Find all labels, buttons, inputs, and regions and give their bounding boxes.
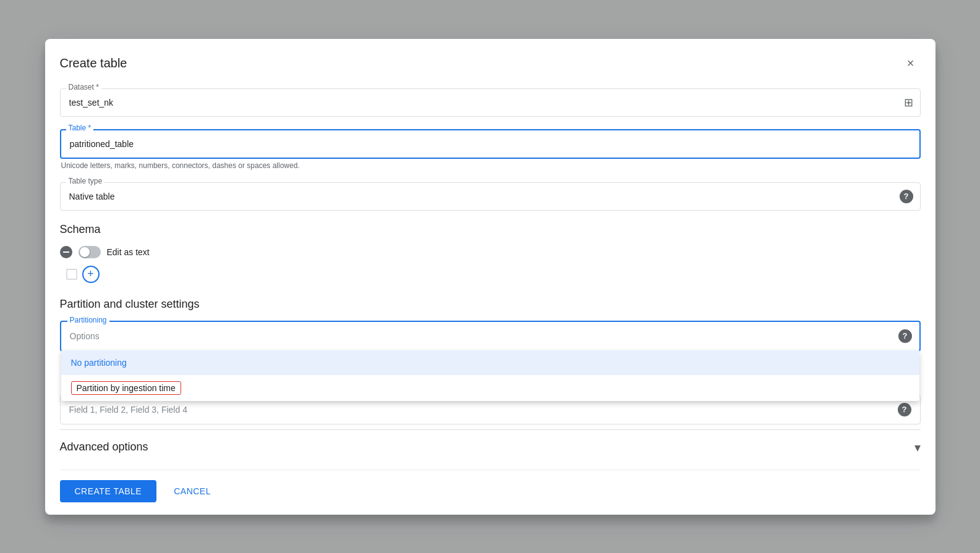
copy-icon: ⊞ [904,96,913,109]
partition-by-ingestion-label: Partition by ingestion time [71,381,181,395]
dropdown-item-no-partitioning[interactable]: No partitioning [61,350,919,375]
clustering-help-icon[interactable]: ? [898,403,911,416]
table-type-field-group: Table type Native table External table V… [60,182,921,211]
table-field-group: Table * Unicode letters, marks, numbers,… [60,129,921,170]
partition-section-title: Partition and cluster settings [60,298,921,311]
partitioning-dropdown: No partitioning Partition by ingestion t… [61,350,919,401]
clustering-placeholder: Field 1, Field 2, Field 3, Field 4 [69,405,893,415]
dialog-title: Create table [60,56,127,70]
table-name-input[interactable] [60,129,921,159]
dataset-label: Dataset * [66,83,101,91]
dialog-header: Create table × [60,54,921,74]
toggle-minus-icon[interactable] [60,246,72,258]
dropdown-item-partition-by-ingestion[interactable]: Partition by ingestion time [61,375,919,401]
table-label: Table * [66,124,94,132]
schema-title: Schema [60,223,921,236]
table-type-select-wrapper: Native table External table View ▾ ? [60,182,921,211]
table-type-select[interactable]: Native table External table View [60,182,921,211]
create-table-dialog: Create table × Dataset * ⊞ Table * Unico… [45,39,935,515]
partitioning-label: Partitioning [67,316,109,324]
cancel-button[interactable]: CANCEL [164,480,221,502]
table-type-help-icon[interactable]: ? [900,190,913,203]
add-field-button[interactable]: + [82,266,100,283]
schema-checkbox[interactable] [66,269,77,280]
partitioning-box: Partitioning Options ? No partitioning P… [60,321,921,352]
advanced-options-row[interactable]: Advanced options ▾ [60,429,921,465]
schema-add-row: + [66,266,921,283]
dialog-footer: CREATE TABLE CANCEL [60,470,921,515]
table-type-label: Table type [66,177,105,185]
partition-section: Partition and cluster settings Partition… [60,298,921,424]
schema-section: Schema Edit as text + [60,223,921,283]
partitioning-select-row[interactable]: Options ? [61,322,919,350]
create-table-button[interactable]: CREATE TABLE [60,480,157,502]
edit-as-text-row: Edit as text [60,246,921,258]
advanced-chevron-icon: ▾ [914,440,921,455]
close-button[interactable]: × [901,54,921,74]
dataset-field-group: Dataset * ⊞ [60,88,921,117]
edit-as-text-label: Edit as text [107,247,150,257]
partitioning-help-icon[interactable]: ? [898,329,912,343]
options-placeholder: Options [70,331,888,341]
edit-as-text-toggle[interactable] [79,246,101,258]
dialog-overlay: Create table × Dataset * ⊞ Table * Unico… [0,0,980,553]
toggle-thumb [80,247,90,257]
table-hint: Unicode letters, marks, numbers, connect… [60,161,921,170]
advanced-options-title: Advanced options [60,441,148,454]
dataset-input[interactable] [60,88,921,117]
